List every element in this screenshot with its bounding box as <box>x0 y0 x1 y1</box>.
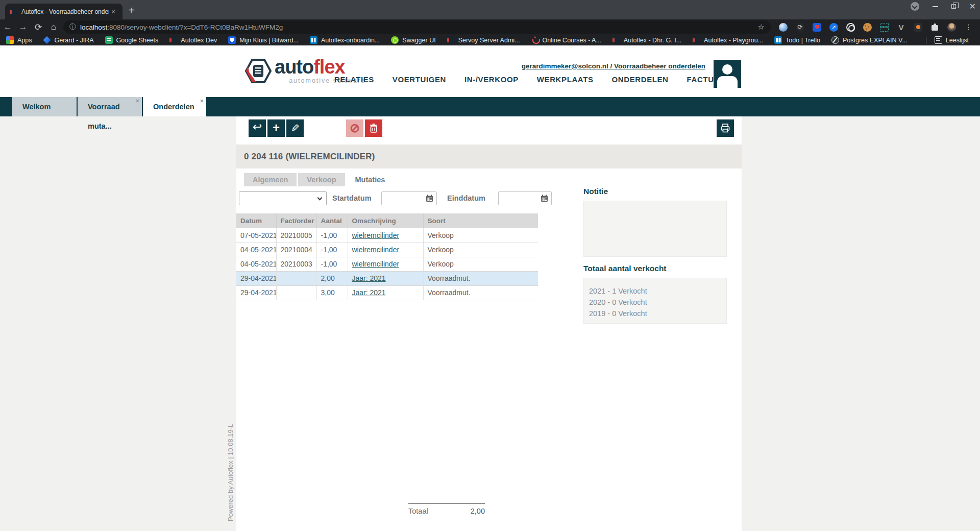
omschrijving-link[interactable]: wielremcilinder <box>352 231 400 239</box>
window-minimize-button[interactable] <box>933 6 938 7</box>
nav-in-verkoop[interactable]: IN-/VERKOOP <box>464 75 519 84</box>
back-button[interactable]: ↩ <box>249 119 266 137</box>
startdatum-label: Startdatum <box>332 194 372 202</box>
bookmark-jira[interactable]: Gerard - JIRA <box>43 36 94 44</box>
table-row[interactable]: 04-05-2021 20210003 -1,00 wielremcilinde… <box>236 257 538 271</box>
calendar-icon[interactable] <box>426 195 433 202</box>
extension-sync-icon[interactable]: ⟳ <box>796 23 804 32</box>
autoflex-logo-icon <box>245 57 272 85</box>
bookmark-star-icon[interactable]: ☆ <box>758 22 765 32</box>
window-tabstrip: Welkom Voorraad muta... × Onderdelen × <box>0 97 980 116</box>
user-avatar[interactable] <box>714 60 741 88</box>
browser-tab-title: Autoflex - Voorraadbeheer onder <box>21 8 109 15</box>
bookmark-bitwarden[interactable]: Mijn Kluis | Bitward... <box>228 36 299 44</box>
new-tab-button[interactable]: + <box>129 5 135 15</box>
omschrijving-link[interactable]: wielremcilinder <box>352 260 400 268</box>
window-menu-icon[interactable] <box>911 2 919 11</box>
bookmark-autoflex-dhr[interactable]: Autoflex - Dhr. G. I... <box>612 36 681 44</box>
back-icon[interactable]: ← <box>0 22 15 32</box>
col-aantal[interactable]: Aantal <box>316 213 348 228</box>
nav-voertuigen[interactable]: VOERTUIGEN <box>393 75 446 84</box>
mutaties-table: Datum Fact/order nr Aantal Omschrijving … <box>236 213 538 300</box>
verkocht-line: 2020 - 0 Verkocht <box>589 297 726 308</box>
tab-voorraad-mutaties[interactable]: Voorraad muta... × <box>78 97 142 116</box>
print-button[interactable] <box>717 119 734 137</box>
extension-v-icon[interactable]: V <box>897 23 905 32</box>
bookmark-swagger[interactable]: Swagger UI <box>391 36 435 44</box>
verkocht-line: 2021 - 1 Verkocht <box>589 285 726 297</box>
profile-avatar[interactable] <box>947 23 956 32</box>
extension-session-icon[interactable] <box>914 23 922 32</box>
home-icon[interactable]: ⌂ <box>46 22 61 32</box>
reading-list-button[interactable]: Leeslijst <box>935 36 969 44</box>
bookmark-autoflex-playground[interactable]: Autoflex - Playgrou... <box>693 36 763 44</box>
window-restore-button[interactable] <box>951 4 956 9</box>
col-factnr[interactable]: Fact/order nr <box>276 213 316 228</box>
notitie-box[interactable] <box>583 201 727 257</box>
add-button[interactable]: + <box>267 119 285 137</box>
edit-button[interactable]: ✎ <box>286 119 304 137</box>
bookmark-udemy[interactable]: Online Courses - A... <box>531 36 601 44</box>
tab-onderdelen[interactable]: Onderdelen × <box>143 97 206 116</box>
extension-cookie-icon[interactable] <box>863 23 872 32</box>
subtab-mutaties[interactable]: Mutaties <box>347 173 394 186</box>
bookmark-autoflex-dev[interactable]: Autoflex Dev <box>169 36 217 44</box>
bookmark-servoy[interactable]: Servoy Server Admi... <box>447 36 520 44</box>
extension-rings-icon[interactable] <box>846 23 855 32</box>
subtab-verkoop[interactable]: Verkoop <box>298 173 345 186</box>
subtab-algemeen[interactable]: Algemeen <box>244 173 297 186</box>
bookmark-apps[interactable]: Apps <box>6 36 32 44</box>
user-account-link[interactable]: gerardimmeker@solcon.nl / Voorraadbeheer… <box>522 62 705 70</box>
trello-icon <box>310 36 317 44</box>
extension-arrow-icon[interactable]: ➚ <box>829 23 838 32</box>
back-arrow-icon: ↩ <box>253 122 262 133</box>
forward-icon[interactable]: → <box>15 22 31 32</box>
omschrijving-link[interactable]: wielremcilinder <box>352 246 400 254</box>
prohibited-icon: ⊘ <box>350 121 360 135</box>
table-row[interactable]: 04-05-2021 20210004 -1,00 wielremcilinde… <box>236 243 538 257</box>
bookmark-sheets[interactable]: Google Sheets <box>105 36 159 44</box>
verkocht-line: 2019 - 0 Verkocht <box>589 308 726 319</box>
chrome-menu-icon[interactable]: ⋮ <box>964 23 973 32</box>
extension-new-icon[interactable]: NEW <box>880 23 889 32</box>
url-text[interactable]: localhost:8080/servoy-webclient/?x=DdT6-… <box>80 23 754 31</box>
col-datum[interactable]: Datum <box>236 213 276 228</box>
nav-relaties[interactable]: RELATIES <box>334 75 374 84</box>
url-path: :8080/servoy-webclient/?x=DdT6-RCt0BaRw1… <box>107 23 283 31</box>
address-bar[interactable]: ⓘ localhost:8080/servoy-webclient/?x=DdT… <box>63 20 771 34</box>
total-divider <box>408 503 485 504</box>
tab-close-icon[interactable]: × <box>135 99 139 104</box>
total-value: 2,00 <box>471 507 485 515</box>
reload-icon[interactable]: ⟳ <box>31 22 46 33</box>
autoflex-icon <box>447 36 455 44</box>
browser-titlebar: Autoflex - Voorraadbeheer onder × + ✕ <box>0 0 980 19</box>
tab-close-icon[interactable]: × <box>200 99 204 104</box>
site-info-icon[interactable]: ⓘ <box>69 22 76 32</box>
extension-swirl-icon[interactable] <box>779 23 788 32</box>
window-close-button[interactable]: ✕ <box>969 3 976 11</box>
omschrijving-link[interactable]: Jaar: 2021 <box>352 274 386 282</box>
col-soort[interactable]: Soort <box>423 213 538 228</box>
table-row-selected[interactable]: 29-04-2021 2,00 Jaar: 2021 Voorraadmut. <box>236 271 538 285</box>
extensions-puzzle-icon[interactable] <box>930 23 939 32</box>
delete-button[interactable] <box>365 119 382 137</box>
omschrijving-link[interactable]: Jaar: 2021 <box>352 288 386 297</box>
bookmark-trello[interactable]: Todo | Trello <box>774 36 820 44</box>
table-row[interactable]: 29-04-2021 3,00 Jaar: 2021 Voorraadmut. <box>236 285 538 300</box>
table-row[interactable]: 07-05-2021 20210005 -1,00 wielremcilinde… <box>236 228 538 243</box>
trello-icon <box>774 36 782 44</box>
col-omschrijving[interactable]: Omschrijving <box>348 213 423 228</box>
bookmark-onboarding[interactable]: Autoflex-onboardin... <box>310 36 380 44</box>
calendar-icon[interactable] <box>541 195 548 202</box>
pencil-icon: ✎ <box>291 122 300 134</box>
nav-werkplaats[interactable]: WERKPLAATS <box>537 75 594 84</box>
cancel-button[interactable]: ⊘ <box>346 119 363 137</box>
soort-filter-select[interactable] <box>239 191 327 205</box>
nav-onderdelen[interactable]: ONDERDELEN <box>612 75 669 84</box>
bookmark-postgres[interactable]: Postgres EXPLAIN V... <box>831 36 908 44</box>
browser-tab[interactable]: Autoflex - Voorraadbeheer onder × <box>5 4 122 19</box>
extension-bitwarden-icon[interactable] <box>813 23 821 32</box>
bookmarks-bar: Apps Gerard - JIRA Google Sheets Autofle… <box>0 35 980 45</box>
tab-close-icon[interactable]: × <box>111 8 115 16</box>
tab-welkom[interactable]: Welkom <box>12 97 77 116</box>
